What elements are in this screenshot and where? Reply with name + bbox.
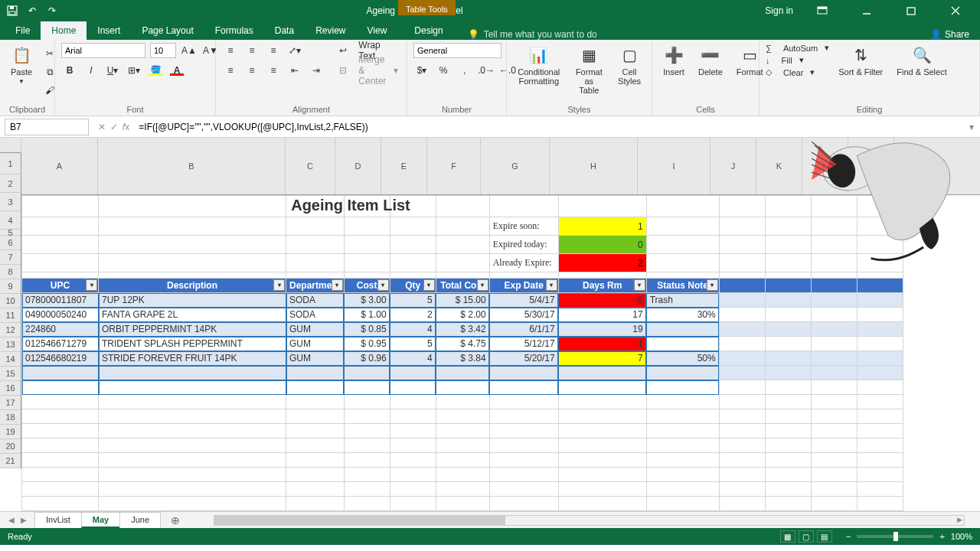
ribbon-options-icon[interactable] <box>807 0 838 21</box>
tab-formulas[interactable]: Formulas <box>204 21 264 40</box>
align-right-icon[interactable]: ≡ <box>265 63 282 78</box>
enter-formula-icon[interactable]: ✓ <box>110 122 118 132</box>
row-header[interactable]: 17 <box>0 396 21 410</box>
signin-link[interactable]: Sign in <box>765 5 793 16</box>
merge-center-button[interactable]: ⊟ Merge & Center ▾ <box>334 63 403 78</box>
row-header[interactable]: 16 <box>0 381 21 396</box>
increase-font-icon[interactable]: A▲ <box>181 43 198 58</box>
minimize-icon[interactable] <box>851 0 882 21</box>
filter-button[interactable]: ▾ <box>707 279 718 291</box>
tab-insert[interactable]: Insert <box>87 21 131 40</box>
align-top-icon[interactable]: ≡ <box>222 43 239 58</box>
row-header[interactable]: 20 <box>0 439 21 454</box>
sheet-tab[interactable]: InvList <box>34 512 82 528</box>
row-header[interactable]: 7 <box>0 250 21 265</box>
name-box[interactable] <box>5 119 89 135</box>
format-table-button[interactable]: ▦Format as Table <box>570 43 609 96</box>
border-button[interactable]: ⊞▾ <box>126 63 142 78</box>
row-header[interactable]: 2 <box>0 174 21 193</box>
tellme-search[interactable]: 💡Tell me what you want to do <box>468 29 597 40</box>
paste-button[interactable]: 📋 Paste ▼ <box>6 43 37 86</box>
filter-button[interactable]: ▾ <box>477 279 488 291</box>
row-header[interactable]: 3 <box>0 193 21 211</box>
maximize-icon[interactable] <box>896 0 926 21</box>
zoom-in-button[interactable]: + <box>939 532 944 541</box>
sheet-tab[interactable]: May <box>81 512 120 528</box>
col-header[interactable]: K <box>756 138 802 194</box>
align-bottom-icon[interactable]: ≡ <box>265 43 282 58</box>
tab-review[interactable]: Review <box>305 21 356 40</box>
font-name-select[interactable] <box>61 43 145 58</box>
underline-button[interactable]: U▾ <box>104 63 121 78</box>
filter-button[interactable]: ▾ <box>273 279 285 291</box>
close-icon[interactable] <box>940 0 971 21</box>
font-size-select[interactable] <box>150 43 176 58</box>
row-header[interactable]: 18 <box>0 410 21 425</box>
horizontal-scrollbar[interactable]: ◀▶ <box>214 515 965 526</box>
tab-pagelayout[interactable]: Page Layout <box>131 21 204 40</box>
row-header[interactable]: 14 <box>0 352 21 367</box>
row-header[interactable]: 11 <box>0 308 21 323</box>
filter-button[interactable]: ▾ <box>423 279 435 291</box>
col-header[interactable]: J <box>710 138 756 194</box>
col-header[interactable]: G <box>481 138 550 194</box>
zoom-slider[interactable] <box>857 535 933 538</box>
indent-increase-icon[interactable]: ⇥ <box>308 63 325 78</box>
align-left-icon[interactable]: ≡ <box>222 63 239 78</box>
tab-data[interactable]: Data <box>264 21 305 40</box>
row-header[interactable]: 12 <box>0 323 21 337</box>
filter-button[interactable]: ▾ <box>332 279 343 291</box>
row-header[interactable]: 4 <box>0 211 21 230</box>
autosum-button[interactable]: ∑ AutoSum ▾ <box>766 43 829 53</box>
row-header[interactable]: 21 <box>0 454 21 468</box>
row-header[interactable]: 15 <box>0 367 21 381</box>
percent-format-icon[interactable]: % <box>435 63 452 78</box>
col-header[interactable]: H <box>550 138 638 194</box>
bold-button[interactable]: B <box>61 63 78 78</box>
cancel-formula-icon[interactable]: ✕ <box>98 122 106 132</box>
fill-button[interactable]: ↓ Fill ▾ <box>766 55 829 65</box>
filter-button[interactable]: ▾ <box>634 279 645 291</box>
row-header[interactable]: 6 <box>0 236 21 250</box>
col-header[interactable]: E <box>381 138 427 194</box>
sort-filter-button[interactable]: ⇅Sort & Filter <box>834 43 887 78</box>
row-header[interactable]: 1 <box>0 153 21 174</box>
delete-cells-button[interactable]: ➖Delete <box>694 43 727 78</box>
conditional-formatting-button[interactable]: 📊Conditional Formatting <box>513 43 565 87</box>
fx-icon[interactable]: fx <box>122 122 129 132</box>
col-header[interactable]: F <box>427 138 481 194</box>
filter-button[interactable]: ▾ <box>86 279 97 291</box>
zoom-level[interactable]: 100% <box>951 532 972 541</box>
indent-decrease-icon[interactable]: ⇤ <box>286 63 303 78</box>
align-center-icon[interactable]: ≡ <box>243 63 260 78</box>
italic-button[interactable]: I <box>83 63 100 78</box>
tab-view[interactable]: View <box>357 21 398 40</box>
row-header[interactable]: 8 <box>0 265 21 279</box>
comma-format-icon[interactable]: , <box>456 63 473 78</box>
undo-icon[interactable]: ↶ <box>26 5 38 17</box>
fill-color-button[interactable]: 🪣 <box>147 63 164 78</box>
col-header[interactable]: A <box>21 138 98 194</box>
col-header[interactable]: B <box>98 138 286 194</box>
accounting-format-icon[interactable]: $▾ <box>413 63 430 78</box>
number-format-select[interactable] <box>413 43 501 58</box>
cell-styles-button[interactable]: ▢Cell Styles <box>613 43 645 87</box>
filter-button[interactable]: ▾ <box>546 279 557 291</box>
sheet-nav[interactable]: ◀▶ <box>0 514 35 526</box>
col-header[interactable]: D <box>335 138 381 194</box>
insert-cells-button[interactable]: ➕Insert <box>658 43 689 78</box>
redo-icon[interactable]: ↷ <box>46 5 58 17</box>
increase-decimal-icon[interactable]: .0→ <box>478 63 495 78</box>
tab-home[interactable]: Home <box>41 21 87 40</box>
row-header[interactable]: 13 <box>0 337 21 352</box>
sheet-tab[interactable]: June <box>119 512 161 528</box>
select-all-corner[interactable] <box>0 138 21 153</box>
zoom-out-button[interactable]: − <box>846 532 851 541</box>
row-header[interactable]: 19 <box>0 425 21 439</box>
filter-button[interactable]: ▾ <box>377 279 389 291</box>
orientation-icon[interactable]: ⤢▾ <box>286 43 303 58</box>
normal-view-icon[interactable]: ▦ <box>780 530 795 543</box>
add-sheet-button[interactable]: ⊕ <box>160 512 191 529</box>
row-header[interactable]: 9 <box>0 279 21 294</box>
pagebreak-view-icon[interactable]: ▤ <box>817 530 832 543</box>
